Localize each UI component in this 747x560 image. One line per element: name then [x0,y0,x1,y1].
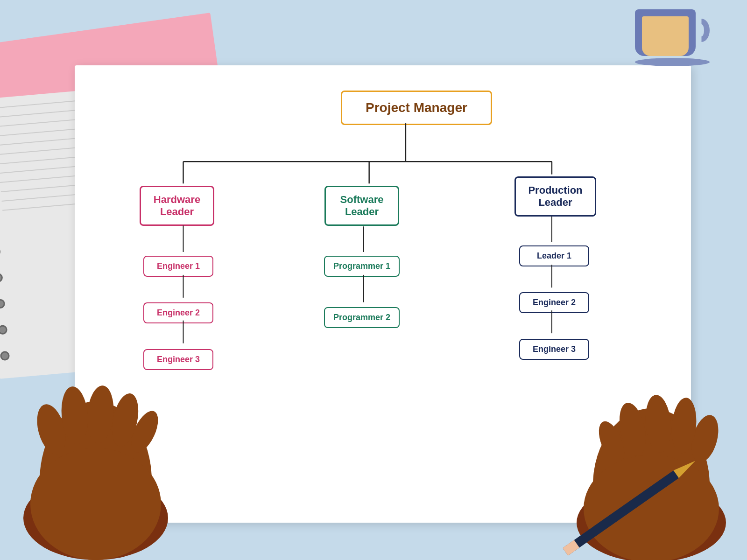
programmer1-node: Programmer 1 [324,256,400,277]
production-leader-node: ProductionLeader [514,176,596,217]
cup-liquid [642,16,689,56]
prod-engineer3-label: Engineer 3 [533,344,576,354]
software-leader-node: SoftwareLeader [324,186,399,226]
programmer2-node: Programmer 2 [324,307,400,328]
hardware-leader-box: HardwareLeader [140,186,214,226]
prod-leader1-box: Leader 1 [519,245,589,266]
hw-engineer2-box: Engineer 2 [143,302,213,323]
spiral-dot [0,273,3,283]
project-manager-node: Project Manager [341,91,492,125]
production-leader-label: ProductionLeader [528,184,582,209]
programmer2-box: Programmer 2 [324,307,400,328]
svg-point-15 [584,455,719,560]
hw-engineer1-node: Engineer 1 [143,256,213,277]
hardware-leader-node: HardwareLeader [140,186,214,226]
hw-engineer1-label: Engineer 1 [157,261,200,271]
prod-engineer2-label: Engineer 2 [533,298,576,308]
prod-leader1-node: Leader 1 [519,245,589,266]
programmer2-label: Programmer 2 [333,313,390,322]
project-manager-label: Project Manager [366,100,467,115]
hardware-leader-label: HardwareLeader [154,194,200,218]
project-manager-box: Project Manager [341,91,492,125]
spiral-dot [0,351,10,361]
cup-saucer [635,58,710,66]
hw-engineer2-node: Engineer 2 [143,302,213,323]
prod-engineer2-box: Engineer 2 [519,292,589,313]
svg-point-7 [30,448,161,560]
software-leader-box: SoftwareLeader [324,186,399,226]
programmer1-box: Programmer 1 [324,256,400,277]
spiral-dot [0,247,0,257]
software-leader-label: SoftwareLeader [340,194,384,218]
prod-engineer2-node: Engineer 2 [519,292,589,313]
spiral-dot [0,325,7,335]
cup-handle [693,19,710,42]
hw-engineer2-label: Engineer 2 [157,308,200,318]
left-hand [14,350,177,560]
prod-leader1-label: Leader 1 [537,251,571,261]
programmer1-label: Programmer 1 [333,261,390,271]
prod-engineer3-box: Engineer 3 [519,339,589,360]
coffee-cup-decoration [635,9,710,66]
hw-engineer1-box: Engineer 1 [143,256,213,277]
prod-engineer3-node: Engineer 3 [519,339,589,360]
spiral-dot [0,299,5,309]
cup-body [635,9,696,56]
production-leader-box: ProductionLeader [514,176,596,217]
